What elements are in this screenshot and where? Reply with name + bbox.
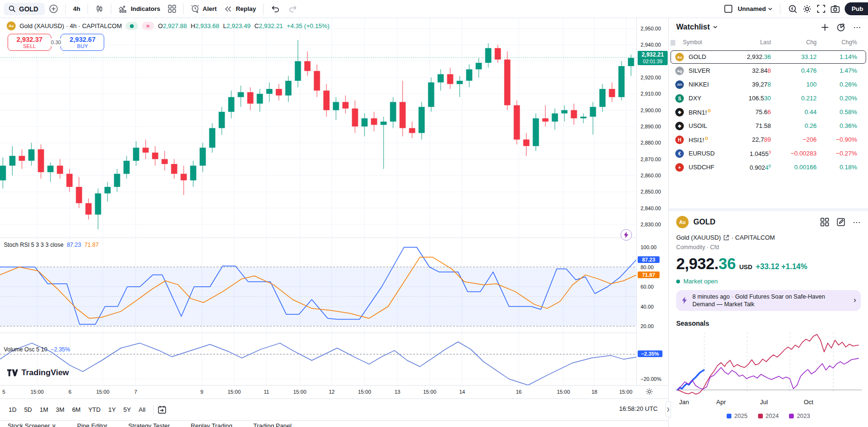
fullscreen-icon[interactable] [817, 4, 826, 13]
layout-icon[interactable] [724, 4, 733, 13]
gold-icon: Au [7, 21, 16, 30]
go-to-date-icon[interactable] [158, 405, 167, 414]
camera-snapshot-icon[interactable] [830, 5, 840, 13]
heatmap-pie-icon[interactable] [837, 23, 846, 32]
undo-icon[interactable] [267, 3, 284, 15]
detail-price-row: 2,932.36 USD +33.12 +1.14% [676, 255, 807, 273]
chart-area[interactable]: Au Gold (XAUUSD) · 4h · CAPITALCOM ≈ O2,… [0, 18, 668, 385]
layout-grid-icon[interactable] [820, 218, 829, 226]
settings-gear-icon[interactable] [802, 4, 812, 14]
range-button-3m[interactable]: 3M [52, 404, 68, 415]
change-value: 0.476 [779, 67, 817, 74]
time-axis-label: 15:00 [30, 389, 44, 395]
range-button-ytd[interactable]: YTD [84, 404, 104, 415]
layout-name-dropdown[interactable]: Unnamed [738, 5, 772, 12]
range-button-5y[interactable]: 5Y [119, 404, 135, 415]
bottom-tab-strategy-tester[interactable]: Strategy Tester [128, 422, 170, 427]
lightning-icon [624, 232, 629, 238]
watchlist-row-brn1[interactable]: ⬥BRN1!D75.660.440.58% [669, 106, 868, 119]
bottom-toolbar: 1D5D1M3M6MYTD1Y5YAll 16:58:20 UTC [0, 398, 668, 420]
exchange-clock[interactable]: 16:58:20 UTC [619, 405, 658, 412]
watchlist-row-usoil[interactable]: ⬥USOIL71.580.260.36% [669, 119, 868, 133]
time-axis[interactable]: 515:00615:007915:001115:001215:001315:00… [0, 385, 668, 398]
chart-panes-svg[interactable] [0, 18, 636, 385]
watchlist-column-headers[interactable]: Symbol Last Chg Chg% [669, 39, 868, 49]
bottom-tab-trading-panel[interactable]: Trading Panel [253, 422, 291, 427]
last-price: 39,278 [719, 81, 771, 88]
news-item[interactable]: 8 minutes agoGold Futures Soar on Safe-H… [676, 290, 861, 311]
stoch-axis-label: 20.00 [641, 323, 654, 329]
range-button-1d[interactable]: 1D [5, 404, 20, 415]
seasonals-title: Seasonals [676, 320, 709, 327]
chart-legend[interactable]: Au Gold (XAUUSD) · 4h · CAPITALCOM ≈ O2,… [7, 21, 329, 30]
change-percent: 0.20% [824, 95, 857, 102]
add-compare-icon[interactable] [46, 2, 61, 15]
seasonals-legend: 202520242023 [669, 413, 868, 419]
market-status-dot-icon [126, 22, 138, 30]
watchlist-title-dropdown[interactable]: Watchlist [676, 23, 718, 31]
time-axis-label: 15:00 [293, 389, 306, 395]
stoch-axis-label: 100.00 [641, 244, 657, 250]
boost-lightning-button[interactable] [621, 229, 632, 241]
watchlist-row-dxy[interactable]: SDXY106.5300.2120.20% [669, 92, 868, 106]
watchlist-row-eurusd[interactable]: €EURUSD1.04553−0.00283−0.27% [669, 147, 868, 161]
replay-button[interactable]: Replay [221, 3, 259, 15]
time-axis-label: 15:00 [227, 389, 241, 395]
stoch-d-value: 71.87 [84, 242, 99, 248]
redo-icon[interactable] [285, 3, 301, 15]
time-axis-label: 11 [264, 389, 269, 395]
watchlist-row-hsi1[interactable]: HHSI1!D22,789−206−0.90% [669, 133, 868, 147]
chart-style-icon[interactable] [92, 3, 107, 15]
symbol-search[interactable]: GOLD [4, 3, 45, 15]
watchlist-menu-icon[interactable]: ⋯ [853, 23, 861, 32]
bottom-tab-stock-screener[interactable]: Stock Screener ∨ [8, 422, 56, 427]
price-axis-label: 2,900.00 [641, 107, 661, 113]
external-link-icon[interactable] [723, 235, 729, 241]
range-button-all[interactable]: All [135, 404, 149, 415]
bottom-tabs-strip: Stock Screener ∨Pine EditorStrategy Test… [0, 420, 668, 427]
detail-menu-icon[interactable]: ⋯ [853, 218, 861, 227]
price-axis-label: 2,830.00 [641, 222, 661, 227]
alert-button[interactable]: Alert [187, 2, 220, 15]
symbol-name: EURUSD [689, 150, 715, 157]
panel-collapse-handle[interactable]: ❯ [665, 401, 671, 417]
add-symbol-icon[interactable] [821, 23, 829, 31]
change-value: −0.00283 [779, 150, 817, 157]
price-axis-label: 2,940.00 [641, 42, 661, 48]
axis-settings-gear-icon[interactable] [645, 388, 653, 396]
volume-osc-legend[interactable]: Volume Osc 5 10 −2.35% [4, 346, 70, 353]
range-button-1y[interactable]: 1Y [104, 404, 119, 415]
bottom-tab-pine-editor[interactable]: Pine Editor [77, 422, 108, 427]
sell-button[interactable]: 2,932.37 SELL [8, 34, 51, 51]
seasonals-chart[interactable] [675, 330, 862, 397]
tradingview-watermark[interactable]: TradingView [7, 368, 69, 378]
volosc-badge: −2.35% [638, 350, 662, 357]
stoch-rsi-legend[interactable]: Stoch RSI 5 3 3 3 close 87.23 71.87 [4, 242, 99, 248]
price-axis[interactable]: 2,950.002,940.002,930.002,920.002,910.00… [636, 18, 668, 385]
compose-note-icon[interactable] [837, 218, 845, 226]
time-axis-label: 7 [134, 389, 137, 395]
watchlist-row-usdchf[interactable]: +USDCHF0.902400.001660.18% [669, 161, 868, 175]
range-button-1m[interactable]: 1M [36, 404, 52, 415]
symbol-name: DXY [689, 95, 701, 102]
indicator-templates-icon[interactable] [165, 3, 179, 15]
interval-button[interactable]: 4h [69, 3, 83, 14]
publish-button[interactable]: Pub [845, 2, 868, 15]
legend-swatch [727, 414, 731, 418]
watchlist-row-nikkei[interactable]: 225NIKKEI39,2781000.26% [669, 78, 868, 92]
stoch-k-badge: 87.23 [638, 256, 660, 263]
watchlist-row-gold[interactable]: AuGOLD2,932.3633.121.14% [669, 50, 868, 64]
bottom-tab-replay-trading[interactable]: Replay Trading [191, 422, 232, 427]
detail-instrument-type: Commodity · Cfd [676, 244, 719, 251]
buy-button[interactable]: 2,932.67 BUY [60, 34, 104, 51]
price-axis-label: 2,880.00 [641, 140, 661, 146]
indicators-button[interactable]: Indicators [115, 3, 164, 15]
watchlist-row-silver[interactable]: AgSILVER32.8480.4761.47% [669, 64, 868, 78]
price-axis-label: 2,890.00 [641, 124, 661, 129]
change-percent: 0.26% [824, 81, 857, 88]
quick-search-icon[interactable] [788, 4, 798, 14]
range-button-6m[interactable]: 6M [68, 404, 84, 415]
range-button-5d[interactable]: 5D [20, 404, 36, 415]
stoch-axis-label: 60.00 [641, 284, 654, 290]
detail-name-row[interactable]: Gold (XAUUSD) · CAPITALCOM [676, 234, 775, 241]
